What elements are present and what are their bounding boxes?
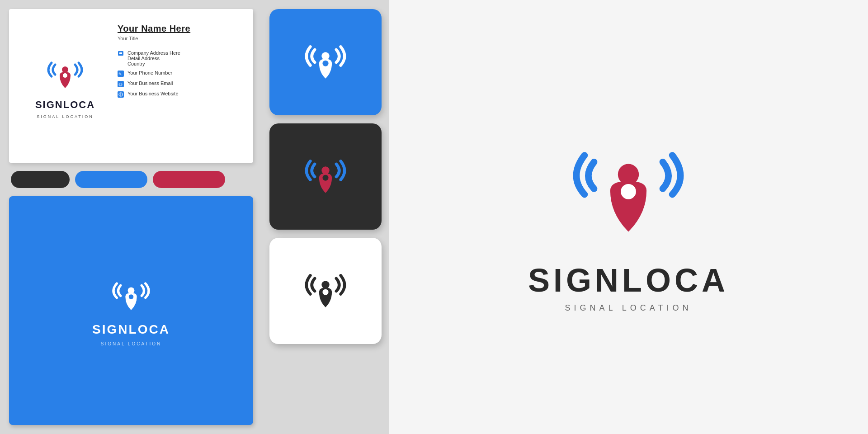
svg-point-11 bbox=[128, 287, 135, 294]
color-swatches bbox=[9, 171, 253, 188]
icon-card-white bbox=[269, 238, 382, 344]
main-logo-icon bbox=[542, 122, 714, 248]
middle-panel bbox=[262, 0, 389, 434]
card-website-text: Your Business Website bbox=[127, 91, 179, 96]
logo-icon-blue-bg bbox=[296, 38, 355, 87]
business-card-white: SIGNLOCA SIGNAL LOCATION Your Name Here … bbox=[9, 9, 253, 163]
email-icon: @ bbox=[118, 81, 124, 87]
swatch-blue bbox=[75, 171, 147, 188]
blue-card-brand-sub: SIGNAL LOCATION bbox=[101, 341, 161, 346]
svg-point-12 bbox=[129, 294, 134, 299]
business-card-blue: SIGNLOCA SIGNAL LOCATION bbox=[9, 196, 253, 425]
svg-point-1 bbox=[63, 73, 67, 78]
card-phone-text: Your Phone Number bbox=[127, 70, 172, 75]
card-phone-row: ✎ Your Phone Number bbox=[118, 70, 242, 77]
card-email-row: @ Your Business Email bbox=[118, 80, 242, 87]
phone-icon: ✎ bbox=[118, 71, 124, 77]
website-icon bbox=[118, 91, 124, 98]
logo-icon-white-card bbox=[38, 55, 92, 95]
svg-text:@: @ bbox=[118, 82, 123, 87]
card-address-row: Company Address Here Detail Address Coun… bbox=[118, 50, 242, 66]
svg-point-17 bbox=[321, 281, 329, 288]
icon-card-dark bbox=[269, 123, 382, 230]
svg-point-18 bbox=[323, 289, 329, 295]
svg-point-0 bbox=[62, 66, 68, 73]
swatch-red bbox=[153, 171, 225, 188]
swatch-dark bbox=[11, 171, 70, 188]
card-details: Company Address Here Detail Address Coun… bbox=[118, 50, 242, 98]
logo-icon-dark-bg bbox=[296, 152, 355, 202]
svg-point-16 bbox=[323, 175, 329, 180]
svg-point-20 bbox=[621, 184, 636, 199]
left-panel: SIGNLOCA SIGNAL LOCATION Your Name Here … bbox=[0, 0, 262, 434]
card-address-text: Company Address Here Detail Address Coun… bbox=[127, 50, 180, 66]
card-person-name: Your Name Here bbox=[118, 24, 242, 34]
svg-rect-3 bbox=[119, 52, 122, 54]
card-person-title: Your Title bbox=[118, 36, 242, 41]
card-brand-sub-white: SIGNAL LOCATION bbox=[37, 114, 94, 119]
card-brand-name-white: SIGNLOCA bbox=[35, 99, 95, 111]
icon-card-blue bbox=[269, 9, 382, 115]
card-email-text: Your Business Email bbox=[127, 80, 173, 86]
card-website-row: Your Business Website bbox=[118, 91, 242, 98]
address-icon bbox=[118, 51, 124, 57]
logo-icon-blue-card bbox=[102, 275, 160, 318]
main-brand-name: SIGNLOCA bbox=[528, 262, 729, 299]
svg-text:✎: ✎ bbox=[118, 72, 122, 76]
right-panel: SIGNLOCA SIGNAL LOCATION bbox=[389, 0, 868, 434]
main-brand-sub: SIGNAL LOCATION bbox=[565, 303, 692, 313]
svg-point-13 bbox=[321, 52, 329, 60]
card-info-section: Your Name Here Your Title Company Addres… bbox=[118, 22, 242, 152]
blue-card-brand-name: SIGNLOCA bbox=[92, 322, 170, 337]
svg-point-14 bbox=[323, 60, 329, 66]
card-logo-section: SIGNLOCA SIGNAL LOCATION bbox=[20, 22, 110, 152]
svg-point-15 bbox=[321, 166, 329, 174]
logo-icon-white-bg bbox=[296, 266, 355, 316]
